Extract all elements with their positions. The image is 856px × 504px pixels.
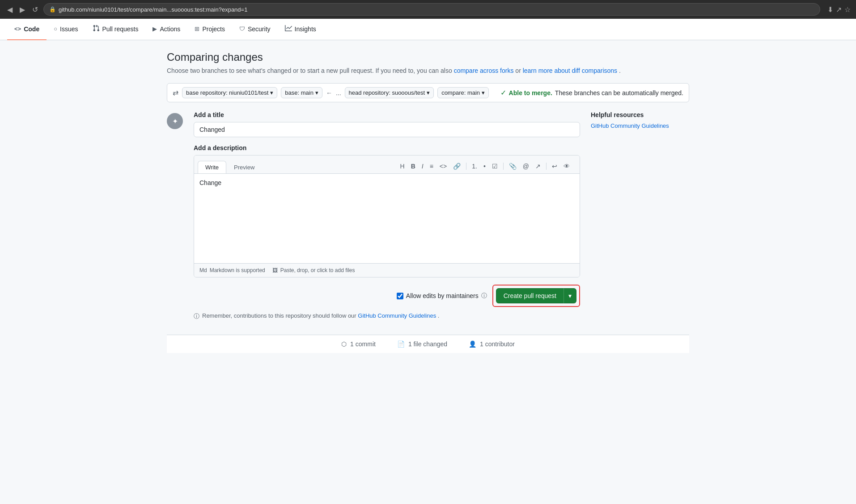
compare-icon: ⇄ xyxy=(173,88,178,97)
community-guidelines-sidebar-link[interactable]: GitHub Community Guidelines xyxy=(591,122,669,129)
markdown-icon: Md xyxy=(199,267,207,273)
page-title: Comparing changes xyxy=(167,51,689,63)
editor-toolbar: H B I ≡ <> 🔗 1. • ☑ 📎 @ xyxy=(394,159,576,173)
star-icon[interactable]: ☆ xyxy=(844,5,851,14)
head-repo-select[interactable]: head repository: suooous/test ▾ xyxy=(345,87,434,98)
chevron-down-icon: ▾ xyxy=(427,89,430,96)
user-avatar: ✦ xyxy=(167,111,183,129)
file-icon: 📄 xyxy=(397,340,405,348)
merge-desc: These branches can be automatically merg… xyxy=(555,89,683,97)
diff-comparisons-link[interactable]: learn more about diff comparisons xyxy=(523,67,617,74)
allow-edits-checkbox[interactable] xyxy=(397,293,403,299)
tab-group: Write Preview xyxy=(198,161,262,173)
reminder: ⓘ Remember, contributions to this reposi… xyxy=(194,312,580,320)
quote-btn[interactable]: ≡ xyxy=(427,161,436,172)
base-branch-select[interactable]: base: main ▾ xyxy=(281,87,322,98)
avatar: ✦ xyxy=(167,113,183,129)
preview-toggle-btn[interactable]: 👁 xyxy=(561,161,572,172)
bold-btn[interactable]: B xyxy=(408,161,418,172)
arrow-left-icon: ← xyxy=(326,89,332,97)
page-subtitle: Choose two branches to see what's change… xyxy=(167,67,689,74)
chevron-down-icon: ▾ xyxy=(315,89,318,96)
url-bar[interactable]: 🔒 github.com/niuniu0101/test/compare/mai… xyxy=(43,3,820,16)
stats-bar: ⬡ 1 commit 📄 1 file changed 👤 1 contribu… xyxy=(167,335,689,353)
code-btn[interactable]: <> xyxy=(437,161,449,172)
ellipsis: ... xyxy=(336,89,341,97)
nav-actions[interactable]: ▶ Actions xyxy=(145,19,187,40)
undo-btn[interactable]: ↩ xyxy=(549,161,560,172)
helpful-resources: Helpful resources GitHub Community Guide… xyxy=(591,111,689,129)
link-btn[interactable]: 🔗 xyxy=(450,161,463,172)
create-pull-request-button[interactable]: Create pull request xyxy=(496,288,564,303)
pr-sidebar: Helpful resources GitHub Community Guide… xyxy=(591,111,689,136)
nav-projects-label: Projects xyxy=(202,25,225,33)
nav-pr-label: Pull requests xyxy=(102,25,139,33)
reference-btn[interactable]: ↗ xyxy=(533,161,543,172)
toolbar-separator-3 xyxy=(546,163,547,170)
title-input[interactable] xyxy=(194,122,580,137)
contributor-icon: 👤 xyxy=(469,340,476,348)
nav-pull-requests[interactable]: Pull requests xyxy=(85,19,146,40)
chevron-down-icon: ▾ xyxy=(482,89,485,96)
sidebar-title: Helpful resources xyxy=(591,111,689,118)
nav-insights[interactable]: Insights xyxy=(278,19,323,40)
nav-insights-label: Insights xyxy=(295,25,316,33)
community-guidelines-link[interactable]: GitHub Community Guidelines xyxy=(358,312,436,319)
unordered-list-btn[interactable]: • xyxy=(481,161,488,172)
italic-btn[interactable]: I xyxy=(419,161,426,172)
nav-projects[interactable]: ⊞ Projects xyxy=(187,19,232,40)
help-icon[interactable]: ⓘ xyxy=(481,292,487,300)
attach-label[interactable]: 🖼 Paste, drop, or click to add files xyxy=(272,267,355,273)
ordered-list-btn[interactable]: 1. xyxy=(469,161,480,172)
nav-security-label: Security xyxy=(248,25,271,33)
contributors-stat: 👤 1 contributor xyxy=(469,340,515,348)
code-icon: <> xyxy=(14,25,21,32)
task-list-btn[interactable]: ☑ xyxy=(489,161,500,172)
merge-status: ✓ Able to merge. These branches can be a… xyxy=(500,88,683,97)
compare-forks-link[interactable]: compare across forks xyxy=(454,67,514,74)
files-label: 1 file changed xyxy=(408,340,447,348)
screenshot-icon[interactable]: ⬇ xyxy=(827,5,833,14)
projects-icon: ⊞ xyxy=(195,25,199,32)
info-icon: ⓘ xyxy=(194,312,199,320)
commits-label: 1 commit xyxy=(350,340,376,348)
tab-preview[interactable]: Preview xyxy=(226,161,262,173)
attach-icon: 🖼 xyxy=(272,267,278,273)
nav-code-label: Code xyxy=(24,25,39,33)
heading-btn[interactable]: H xyxy=(398,161,407,172)
back-button[interactable]: ◀ xyxy=(5,4,14,16)
forward-button[interactable]: ▶ xyxy=(18,4,27,16)
create-btn-dropdown[interactable]: ▾ xyxy=(564,288,576,303)
allow-edits-label: Allow edits by maintainers ⓘ xyxy=(397,292,487,300)
editor-body[interactable]: Change xyxy=(194,174,580,263)
toolbar-separator-2 xyxy=(503,163,504,170)
files-stat: 📄 1 file changed xyxy=(397,340,447,348)
title-group: Add a title xyxy=(194,111,580,137)
nav-security[interactable]: 🛡 Security xyxy=(232,19,278,40)
nav-code[interactable]: <> Code xyxy=(7,19,47,40)
main-content: Comparing changes Choose two branches to… xyxy=(160,40,696,364)
chevron-down-icon: ▾ xyxy=(270,89,273,96)
desc-group: Add a description Write Preview H B I ≡ … xyxy=(194,144,580,277)
desc-label: Add a description xyxy=(194,144,580,151)
merge-check-icon: ✓ xyxy=(500,88,506,97)
base-repo-select[interactable]: base repository: niuniu0101/test ▾ xyxy=(182,87,277,98)
attach-btn[interactable]: 📎 xyxy=(506,161,519,172)
share-icon[interactable]: ↗ xyxy=(836,5,842,14)
nav-actions-label: Actions xyxy=(160,25,180,33)
title-label: Add a title xyxy=(194,111,580,118)
create-btn-group: Create pull request ▾ xyxy=(496,288,576,303)
tab-write[interactable]: Write xyxy=(198,161,226,173)
toolbar-separator-1 xyxy=(466,163,466,170)
nav-issues-label: Issues xyxy=(60,25,78,33)
pr-form: Add a title Add a description Write Prev… xyxy=(194,111,580,320)
insights-icon xyxy=(285,25,292,33)
compare-toolbar: ⇄ base repository: niuniu0101/test ▾ bas… xyxy=(167,83,689,102)
compare-branch-select[interactable]: compare: main ▾ xyxy=(437,87,489,98)
markdown-label: Md Markdown is supported xyxy=(199,267,265,273)
nav-issues[interactable]: ○ Issues xyxy=(47,19,85,40)
contributors-label: 1 contributor xyxy=(480,340,515,348)
mention-btn[interactable]: @ xyxy=(520,161,532,172)
refresh-button[interactable]: ↺ xyxy=(30,4,40,16)
url-text: github.com/niuniu0101/test/compare/main.… xyxy=(59,6,247,13)
